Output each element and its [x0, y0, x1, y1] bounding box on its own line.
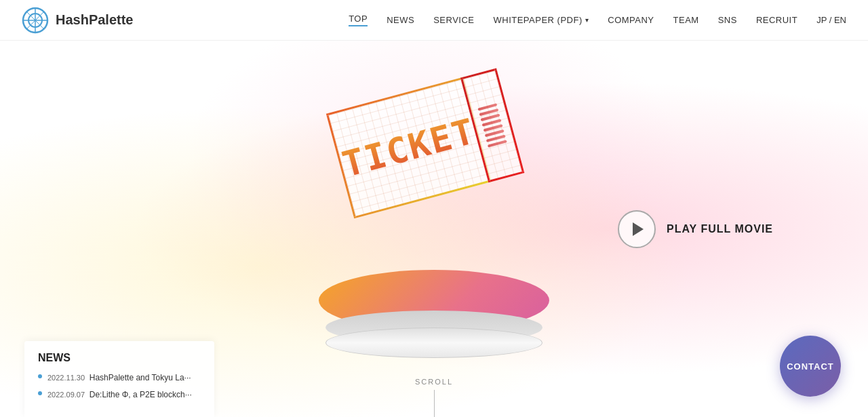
language-switch[interactable]: JP / EN — [816, 15, 846, 25]
play-icon — [633, 222, 644, 236]
scroll-text: SCROLL — [415, 378, 453, 386]
ticket-illustration: TICKET — [326, 68, 528, 231]
news-panel: NEWS 2022.11.30 HashPalette and Tokyu La… — [24, 341, 214, 417]
logo[interactable]: HashPalette — [22, 7, 134, 34]
news-date: 2022.09.07 — [47, 391, 85, 399]
nav-sns[interactable]: SNS — [718, 15, 737, 25]
header: HashPalette TOP NEWS SERVICE WHITEPAPER … — [0, 0, 868, 41]
disc-side — [326, 327, 542, 358]
disc-illustration — [319, 270, 549, 358]
news-list-item[interactable]: 2022.09.07 De:Lithe Φ, a P2E blockch··· — [38, 389, 201, 401]
nav-recruit[interactable]: RECRUIT — [756, 15, 797, 25]
nav-whitepaper[interactable]: WHITEPAPER (PDF) ▾ — [493, 15, 589, 25]
contact-button[interactable]: CONTACT — [780, 336, 841, 397]
ticket: TICKET — [326, 68, 528, 231]
nav-news[interactable]: NEWS — [387, 15, 414, 25]
main-nav: TOP NEWS SERVICE WHITEPAPER (PDF) ▾ COMP… — [349, 14, 846, 26]
chevron-down-icon: ▾ — [585, 16, 589, 24]
hero-section: TICKET — [0, 41, 868, 417]
nav-top[interactable]: TOP — [349, 14, 368, 26]
news-list: 2022.11.30 HashPalette and Tokyu La··· 2… — [38, 372, 201, 401]
nav-company[interactable]: COMPANY — [608, 15, 654, 25]
news-item-text: 2022.09.07 De:Lithe Φ, a P2E blockch··· — [47, 389, 192, 401]
contact-label: CONTACT — [787, 361, 834, 372]
nav-team[interactable]: TEAM — [673, 15, 699, 25]
news-dot — [38, 391, 42, 395]
news-list-item[interactable]: 2022.11.30 HashPalette and Tokyu La··· — [38, 372, 201, 384]
scroll-indicator: SCROLL — [415, 378, 453, 417]
news-title: NEWS — [38, 352, 201, 364]
news-item-text: 2022.11.30 HashPalette and Tokyu La··· — [47, 372, 191, 384]
nav-service[interactable]: SERVICE — [433, 15, 474, 25]
play-movie-button[interactable]: PLAY FULL MOVIE — [618, 210, 773, 248]
play-circle[interactable] — [618, 210, 656, 248]
logo-text: HashPalette — [56, 12, 134, 28]
news-dot — [38, 374, 42, 378]
hero-illustration: TICKET — [271, 80, 597, 378]
main-content: TICKET — [0, 0, 868, 417]
play-label: PLAY FULL MOVIE — [667, 223, 773, 235]
news-date: 2022.11.30 — [47, 374, 85, 382]
scroll-line — [434, 390, 435, 417]
logo-icon — [22, 7, 49, 34]
